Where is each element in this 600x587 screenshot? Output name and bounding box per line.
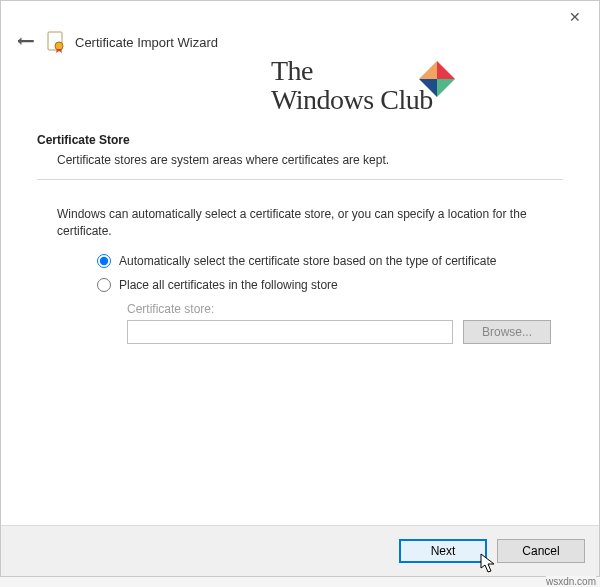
instruction-text: Windows can automatically select a certi… — [57, 206, 543, 240]
site-credit: wsxdn.com — [546, 576, 596, 587]
radio-group: Automatically select the certificate sto… — [97, 254, 563, 292]
certificate-icon — [47, 31, 65, 53]
svg-marker-2 — [437, 61, 455, 79]
back-arrow-icon[interactable]: 🠔 — [15, 32, 37, 53]
radio-manual-input[interactable] — [97, 278, 111, 292]
store-section: Certificate store: Browse... — [127, 302, 563, 344]
svg-point-1 — [55, 42, 63, 50]
radio-manual-select[interactable]: Place all certificates in the following … — [97, 278, 563, 292]
section-description: Certificate stores are system areas wher… — [57, 153, 563, 167]
section-heading: Certificate Store — [37, 133, 563, 147]
close-button[interactable]: ✕ — [561, 7, 589, 27]
browse-button: Browse... — [463, 320, 551, 344]
cancel-button[interactable]: Cancel — [497, 539, 585, 563]
watermark-line1: The — [271, 56, 433, 85]
titlebar: ✕ — [1, 1, 599, 27]
radio-auto-select[interactable]: Automatically select the certificate sto… — [97, 254, 563, 268]
wizard-window: ✕ 🠔 Certificate Import Wizard The Window… — [0, 0, 600, 577]
wizard-content: Certificate Store Certificate stores are… — [1, 63, 599, 525]
radio-manual-label: Place all certificates in the following … — [119, 278, 338, 292]
divider — [37, 179, 563, 180]
wizard-title: Certificate Import Wizard — [75, 35, 218, 50]
store-path-input — [127, 320, 453, 344]
watermark-text: The Windows Club — [271, 56, 433, 115]
radio-auto-input[interactable] — [97, 254, 111, 268]
svg-marker-5 — [419, 61, 437, 79]
store-label: Certificate store: — [127, 302, 563, 316]
watermark-line2: Windows Club — [271, 85, 433, 114]
store-row: Browse... — [127, 320, 563, 344]
svg-marker-3 — [437, 79, 455, 97]
wizard-footer: Next Cancel — [1, 525, 599, 576]
svg-marker-4 — [419, 79, 437, 97]
next-button[interactable]: Next — [399, 539, 487, 563]
windows-club-logo-icon — [417, 59, 457, 99]
radio-auto-label: Automatically select the certificate sto… — [119, 254, 497, 268]
